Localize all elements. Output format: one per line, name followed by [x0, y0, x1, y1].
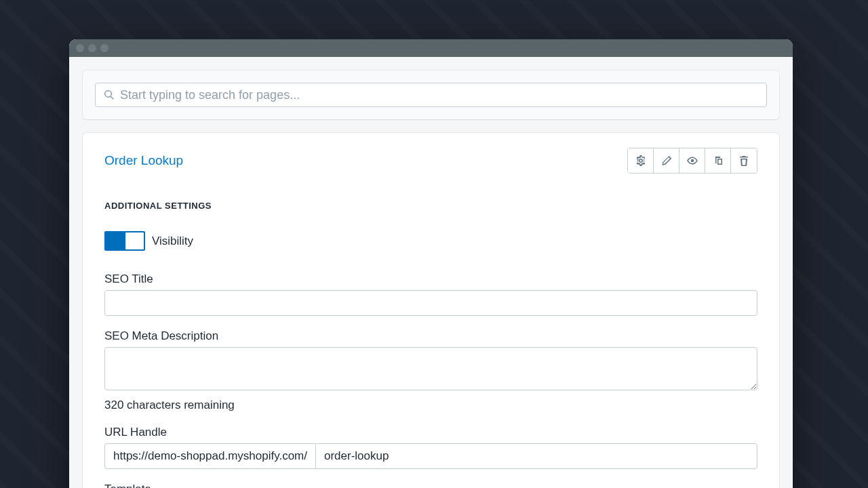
visibility-label: Visibility: [152, 235, 193, 248]
seo-meta-textarea[interactable]: [104, 347, 757, 390]
seo-title-input[interactable]: [104, 290, 757, 316]
window-titlebar: [69, 39, 793, 57]
template-field: Template page.details ▲▼: [104, 483, 757, 488]
eye-icon: [686, 155, 698, 167]
url-handle-label: URL Handle: [104, 426, 757, 439]
toggle-knob: [125, 232, 144, 249]
action-button-group: [627, 148, 757, 174]
visibility-row: Visibility: [104, 231, 757, 251]
page-title[interactable]: Order Lookup: [104, 153, 183, 168]
card-header: Order Lookup: [104, 148, 757, 174]
search-card: [83, 70, 779, 119]
seo-title-label: SEO Title: [104, 272, 757, 286]
delete-button[interactable]: [731, 148, 757, 173]
seo-meta-help: 320 characters remaining: [104, 399, 757, 412]
view-button[interactable]: [679, 148, 705, 173]
url-slug-input[interactable]: [315, 443, 757, 469]
search-icon: [104, 89, 115, 100]
content-area: Order Lookup: [69, 70, 793, 488]
browser-window: Order Lookup: [69, 39, 793, 488]
main-card: Order Lookup: [83, 133, 779, 488]
url-prefix: https://demo-shoppad.myshopify.com/: [104, 443, 315, 469]
url-handle-field: URL Handle https://demo-shoppad.myshopif…: [104, 426, 757, 469]
template-label: Template: [104, 483, 757, 488]
gear-icon: [635, 155, 646, 166]
settings-button[interactable]: [628, 148, 654, 173]
search-input-wrap: [95, 83, 767, 107]
copy-icon: [713, 155, 724, 166]
close-window-button[interactable]: [76, 44, 84, 52]
trash-icon: [738, 155, 749, 166]
seo-meta-label: SEO Meta Description: [104, 329, 757, 343]
visibility-toggle[interactable]: [104, 231, 145, 251]
maximize-window-button[interactable]: [100, 44, 108, 52]
minimize-window-button[interactable]: [88, 44, 96, 52]
pencil-icon: [661, 155, 672, 166]
edit-button[interactable]: [654, 148, 679, 173]
url-row: https://demo-shoppad.myshopify.com/: [104, 443, 757, 469]
section-heading: ADDITIONAL SETTINGS: [104, 201, 757, 211]
seo-meta-field: SEO Meta Description 320 characters rema…: [104, 329, 757, 412]
duplicate-button[interactable]: [705, 148, 731, 173]
search-input[interactable]: [120, 88, 758, 102]
seo-title-field: SEO Title: [104, 272, 757, 316]
